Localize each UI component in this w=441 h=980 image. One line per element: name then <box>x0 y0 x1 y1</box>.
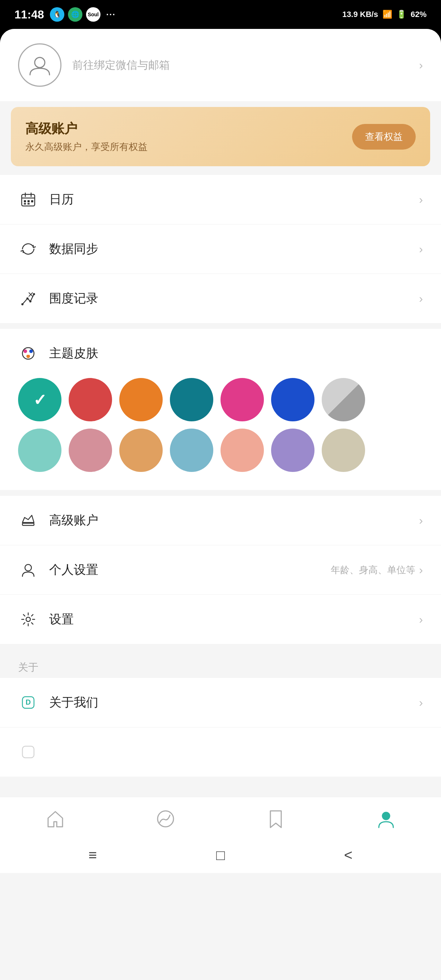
calendar-icon <box>18 189 38 210</box>
bottom-nav <box>0 797 441 837</box>
nav-bookmark[interactable] <box>265 808 287 830</box>
svg-point-0 <box>35 57 45 68</box>
avatar <box>18 43 62 87</box>
main-content: 前往绑定微信与邮箱 › 高级账户 永久高级账户，享受所有权益 查看权益 <box>0 29 441 980</box>
nav-home[interactable] <box>45 808 66 830</box>
menu-item-calendar-left: 日历 <box>18 189 74 210</box>
personal-sub: 年龄、身高、单位等 <box>331 564 416 576</box>
calendar-chevron: › <box>419 193 423 206</box>
personal-right: 年龄、身高、单位等 › <box>331 563 423 577</box>
svg-point-14 <box>26 298 29 299</box>
color-dusty-pink[interactable] <box>68 429 112 472</box>
system-home-btn[interactable]: □ <box>216 847 225 863</box>
menu-section-mid: 高级账户 › 个人设置 年龄、身高、单位等 › <box>0 496 441 644</box>
color-dark-teal[interactable] <box>170 378 213 422</box>
status-time: 11:48 <box>14 8 44 21</box>
color-grid <box>18 378 423 472</box>
menu-item-premium[interactable]: 高级账户 › <box>0 496 441 545</box>
svg-point-15 <box>29 300 32 302</box>
svg-point-16 <box>33 293 35 295</box>
svg-point-26 <box>26 617 30 622</box>
menu-section-top: 日历 › 数据同步 › <box>0 175 441 323</box>
color-sky-blue[interactable] <box>170 429 213 472</box>
vip-button[interactable]: 查看权益 <box>352 124 416 150</box>
svg-rect-29 <box>22 746 34 758</box>
profile-nav-icon <box>375 808 397 830</box>
settings-icon <box>18 609 38 630</box>
system-back-btn[interactable]: < <box>344 847 352 863</box>
color-peach-orange[interactable] <box>119 429 163 472</box>
svg-point-23 <box>27 352 30 355</box>
mood-icon <box>18 288 38 309</box>
menu-item-settings[interactable]: 设置 › <box>0 595 441 644</box>
menu-item-about-left: D 关于我们 <box>18 692 98 713</box>
app-icons: 🐧 🌐 Soul <box>50 7 100 22</box>
menu-item-extra-left <box>18 742 38 762</box>
color-light-teal[interactable] <box>18 429 62 472</box>
menu-item-about-extra[interactable] <box>0 727 441 776</box>
about-us-icon: D <box>18 692 38 713</box>
browser-icon: 🌐 <box>68 7 83 22</box>
battery-percent: 62% <box>411 10 427 19</box>
nav-stats[interactable] <box>155 808 177 830</box>
calendar-label: 日历 <box>49 191 74 208</box>
home-nav-icon <box>45 808 66 830</box>
svg-point-31 <box>382 812 390 819</box>
color-orange[interactable] <box>119 378 163 422</box>
color-blue[interactable] <box>271 378 314 422</box>
theme-label: 主题皮肤 <box>49 345 98 362</box>
menu-item-calendar[interactable]: 日历 › <box>0 175 441 224</box>
vip-info: 高级账户 永久高级账户，享受所有权益 <box>25 120 148 153</box>
color-beige[interactable] <box>322 429 365 472</box>
svg-point-30 <box>158 811 174 827</box>
color-teal[interactable] <box>18 378 62 422</box>
stats-nav-icon <box>155 808 177 830</box>
menu-item-personal[interactable]: 个人设置 年龄、身高、单位等 › <box>0 545 441 595</box>
profile-section[interactable]: 前往绑定微信与邮箱 › <box>0 29 441 101</box>
more-dots: ··· <box>106 10 116 19</box>
svg-point-22 <box>26 355 30 358</box>
settings-chevron: › <box>419 613 423 626</box>
svg-point-25 <box>25 565 32 571</box>
svg-rect-8 <box>24 203 26 205</box>
vip-subtitle: 永久高级账户，享受所有权益 <box>25 140 148 153</box>
theme-icon <box>18 343 38 364</box>
menu-section-about: D 关于我们 › <box>0 678 441 776</box>
svg-rect-9 <box>27 203 30 205</box>
vip-banner: 高级账户 永久高级账户，享受所有权益 查看权益 <box>11 107 430 166</box>
color-pink[interactable] <box>221 378 264 422</box>
menu-item-settings-left: 设置 <box>18 609 74 630</box>
color-gray[interactable] <box>322 378 365 422</box>
premium-label: 高级账户 <box>49 512 98 529</box>
nav-profile[interactable] <box>375 808 397 830</box>
svg-rect-7 <box>31 200 33 202</box>
sync-chevron: › <box>419 242 423 256</box>
bookmark-nav-icon <box>265 808 287 830</box>
premium-chevron: › <box>419 514 423 527</box>
svg-point-21 <box>29 350 33 353</box>
menu-item-sync[interactable]: 数据同步 › <box>0 224 441 274</box>
personal-icon <box>18 560 38 580</box>
settings-label: 设置 <box>49 611 74 628</box>
system-nav: ≡ □ < <box>0 837 441 873</box>
status-bar: 11:48 🐧 🌐 Soul ··· 13.9 KB/s 📶 🔋 62% <box>0 0 441 29</box>
sync-label: 数据同步 <box>49 241 98 257</box>
svg-rect-6 <box>27 200 30 202</box>
network-speed: 13.9 KB/s <box>342 10 378 19</box>
theme-section: 主题皮肤 <box>0 329 441 490</box>
soul-icon: Soul <box>86 7 100 22</box>
vip-title: 高级账户 <box>25 120 148 138</box>
qq-icon: 🐧 <box>50 7 64 22</box>
menu-item-premium-left: 高级账户 <box>18 510 98 530</box>
color-red[interactable] <box>68 378 112 422</box>
menu-item-about-us[interactable]: D 关于我们 › <box>0 678 441 727</box>
svg-line-10 <box>22 299 27 304</box>
menu-item-mood[interactable]: 围度记录 › <box>0 274 441 323</box>
color-lavender[interactable] <box>271 429 314 472</box>
about-chevron: › <box>419 696 423 710</box>
profile-left: 前往绑定微信与邮箱 <box>18 43 170 87</box>
spacer <box>0 782 441 797</box>
color-salmon[interactable] <box>221 429 264 472</box>
svg-line-12 <box>30 294 34 301</box>
system-menu-btn[interactable]: ≡ <box>89 847 97 863</box>
